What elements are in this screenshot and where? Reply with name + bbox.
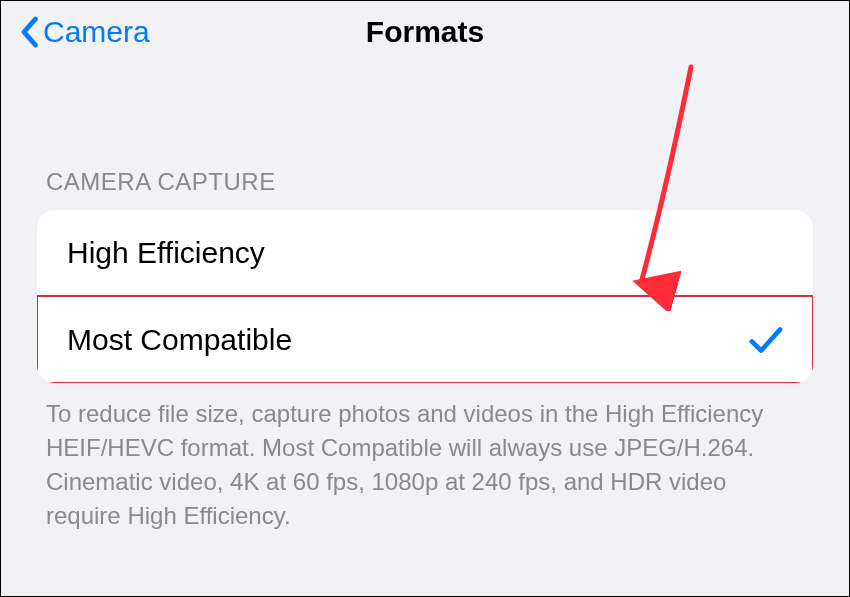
check-icon [749,325,783,355]
section-header: CAMERA CAPTURE [1,168,849,196]
chevron-left-icon [19,16,39,48]
option-label: Most Compatible [67,323,292,357]
formats-list: High Efficiency Most Compatible [37,210,813,383]
option-label: High Efficiency [67,236,265,270]
back-label: Camera [43,15,150,49]
option-most-compatible[interactable]: Most Compatible [37,296,813,383]
back-button[interactable]: Camera [19,15,150,49]
page-title: Formats [366,15,484,49]
footer-description: To reduce file size, capture photos and … [1,383,849,533]
header-bar: Camera Formats [1,1,849,63]
option-high-efficiency[interactable]: High Efficiency [37,210,813,296]
